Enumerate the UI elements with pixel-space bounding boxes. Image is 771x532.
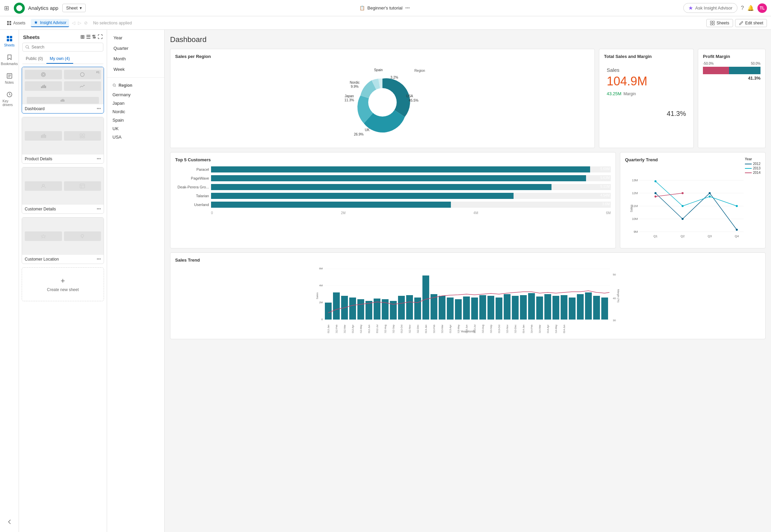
tutorial-label[interactable]: Beginner's tutorial [368,5,403,11]
region-label: Region [119,83,132,88]
sales-trend-title: Sales Trend [175,258,760,263]
region-usa[interactable]: USA [107,133,164,141]
svg-rect-102 [357,299,364,320]
sort-icon[interactable]: ⇅ [92,34,96,40]
sheet-name-product: Product Details [25,157,52,161]
svg-rect-132 [601,298,608,320]
svg-rect-7 [710,21,712,23]
search-input[interactable] [32,45,100,49]
sidebar-item-key-drivers[interactable]: Key drivers [1,88,18,109]
create-sheet-item[interactable]: + Create new sheet [22,267,104,301]
sheet-more-location[interactable]: ••• [97,257,101,262]
expand-icon[interactable]: ⛶ [98,34,103,40]
sidebar-item-bookmarks[interactable]: Bookmarks [1,51,18,68]
svg-text:6M: 6M [319,267,323,270]
svg-text:0: 0 [321,318,323,321]
dim-week[interactable]: Week [107,64,164,75]
sheet-item-dashboard[interactable]: #1 [22,67,104,114]
search-box[interactable] [22,43,103,52]
sheet-item-customer-location[interactable]: Customer Location ••• [22,217,104,264]
region-uk[interactable]: UK [107,124,164,133]
preview-cell-cl-2 [64,231,101,241]
dim-month[interactable]: Month [107,54,164,64]
bookmarks-label: Bookmarks [1,62,18,66]
svg-rect-117 [479,295,486,320]
bar-label-pagewave: PageWave [175,176,209,180]
bar-fill-pagewave [211,175,586,181]
sheet-selector[interactable]: Sheet ▾ [62,4,86,12]
svg-text:2014-Apr: 2014-Apr [547,324,549,333]
second-toolbar: Assets Insight Advisor ◁ ▷ ⊘ No selectio… [0,16,771,30]
user-avatar[interactable]: TL [757,3,767,13]
sheet-item-customer-details[interactable]: Customer Details ••• [22,167,104,214]
quarterly-trend-card: Quarterly Trend Year 2012 2013 [620,152,766,248]
back-icon[interactable]: ◁ [72,20,75,25]
bar-label-userland: Userland [175,203,209,207]
svg-text:Q1: Q1 [653,234,658,238]
sheet-more-product[interactable]: ••• [97,157,101,161]
svg-text:Q3: Q3 [708,234,712,238]
svg-text:2013-May: 2013-May [457,325,460,333]
sheet-preview-product [22,117,104,155]
grid-icon[interactable]: ⊞ [4,4,9,12]
sidebar-item-sheets[interactable]: Sheets [1,33,18,50]
quarterly-title: Quarterly Trend [625,157,658,162]
ask-insight-button[interactable]: Ask Insight Advisor [683,3,737,13]
sheets-panel-controls: ⊞ ☰ ⇅ ⛶ [80,34,103,40]
sheet-item-product-details[interactable]: Product Details ••• [22,117,104,164]
donut-chart-container: Region [175,62,590,143]
dim-year[interactable]: Year [107,33,164,43]
svg-rect-8 [713,21,714,23]
svg-rect-108 [406,295,413,320]
svg-text:45.5%: 45.5% [409,99,418,102]
svg-text:11.3%: 11.3% [345,98,354,102]
edit-sheet-button[interactable]: Edit sheet [735,19,767,27]
region-japan[interactable]: Japan [107,99,164,107]
svg-point-22 [41,73,45,77]
preview-cell-3 [25,81,62,91]
sales-value: 104.9M [607,74,686,88]
svg-rect-11 [7,36,9,38]
region-nordic[interactable]: Nordic [107,107,164,116]
sheet-more-dashboard[interactable]: ••• [97,106,101,111]
forward-icon[interactable]: ▷ [78,20,81,25]
bell-icon[interactable]: 🔔 [747,5,754,11]
region-spain[interactable]: Spain [107,116,164,124]
tab-my-own[interactable]: My own (4) [46,54,73,64]
svg-text:9M: 9M [633,230,638,233]
sheet-name-customer: Customer Details [25,207,56,211]
region-germany[interactable]: Germany [107,90,164,99]
list-view-icon[interactable]: ☰ [86,34,90,40]
sidebar-item-notes[interactable]: Notes [1,70,18,87]
svg-rect-128 [569,298,576,320]
sidebar-collapse-button[interactable] [1,516,18,528]
sheet-item-footer-dashboard: Dashboard ••• [22,104,104,113]
total-sales-title: Total Sales and Margin [604,54,689,59]
grid-view-icon[interactable]: ⊞ [80,34,85,40]
assets-button[interactable]: Assets [4,19,28,27]
svg-rect-36 [45,135,46,138]
sheet-more-customer[interactable]: ••• [97,207,101,211]
sheet-item-footer-product: Product Details ••• [22,155,104,163]
svg-point-77 [736,229,738,231]
insight-advisor-button[interactable]: Insight Advisor [31,19,69,27]
sheet-list: #1 [19,64,107,532]
svg-rect-127 [561,295,567,320]
svg-text:2014-Mar: 2014-Mar [539,324,541,333]
profit-margin-title: Profit Margin [703,54,760,59]
tab-public[interactable]: Public (0) [22,54,46,64]
svg-rect-27 [44,85,45,88]
svg-text:2012-Aug: 2012-Aug [384,325,387,333]
dim-quarter[interactable]: Quarter [107,43,164,54]
sheets-button[interactable]: Sheets [706,19,733,27]
help-icon[interactable]: ? [741,5,744,11]
bar-fill-deak [211,184,551,190]
filter-icon[interactable]: ⊘ [84,20,88,25]
svg-rect-35 [44,134,45,138]
more-options-icon[interactable]: ••• [405,5,410,11]
svg-text:12M: 12M [632,191,638,195]
svg-rect-124 [536,296,543,320]
top5-title: Top 5 Customers [175,157,611,162]
svg-rect-37 [80,134,82,136]
top5-customers-card: Top 5 Customers Paracel 5.69M PageWave [170,152,616,248]
